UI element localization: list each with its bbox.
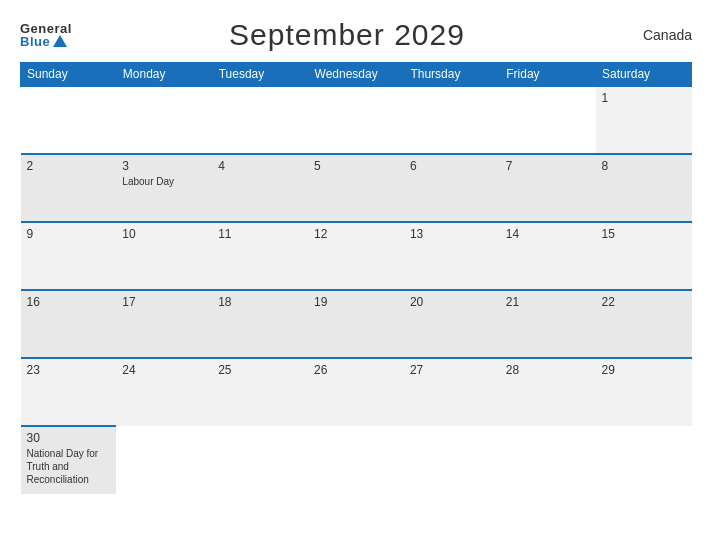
col-saturday: Saturday	[596, 63, 692, 87]
week-row-1: 1	[21, 86, 692, 154]
day-cell-4-5: 20	[404, 290, 500, 358]
day-number: 22	[602, 295, 686, 309]
col-thursday: Thursday	[404, 63, 500, 87]
col-sunday: Sunday	[21, 63, 117, 87]
day-cell-2-1: 2	[21, 154, 117, 222]
day-cell-3-1: 9	[21, 222, 117, 290]
day-number: 21	[506, 295, 590, 309]
day-number: 19	[314, 295, 398, 309]
day-number: 12	[314, 227, 398, 241]
day-number: 6	[410, 159, 494, 173]
day-number: 11	[218, 227, 302, 241]
calendar-page: General Blue September 2029 Canada Sunda…	[0, 0, 712, 550]
week-row-2: 23Labour Day45678	[21, 154, 692, 222]
day-cell-2-3: 4	[212, 154, 308, 222]
day-cell-3-6: 14	[500, 222, 596, 290]
logo: General Blue	[20, 22, 72, 48]
day-cell-6-7	[596, 426, 692, 494]
day-number: 29	[602, 363, 686, 377]
day-number: 3	[122, 159, 206, 173]
day-cell-2-7: 8	[596, 154, 692, 222]
day-number: 28	[506, 363, 590, 377]
day-number: 8	[602, 159, 686, 173]
day-cell-4-1: 16	[21, 290, 117, 358]
day-cell-1-6	[500, 86, 596, 154]
day-event: Labour Day	[122, 175, 206, 188]
day-cell-6-1: 30National Day for Truth and Reconciliat…	[21, 426, 117, 494]
day-cell-5-6: 28	[500, 358, 596, 426]
day-number: 25	[218, 363, 302, 377]
logo-blue-text: Blue	[20, 35, 67, 48]
day-number: 13	[410, 227, 494, 241]
day-number: 5	[314, 159, 398, 173]
day-number: 4	[218, 159, 302, 173]
col-tuesday: Tuesday	[212, 63, 308, 87]
day-number: 27	[410, 363, 494, 377]
col-friday: Friday	[500, 63, 596, 87]
day-cell-5-1: 23	[21, 358, 117, 426]
day-number: 30	[27, 431, 111, 445]
day-cell-6-4	[308, 426, 404, 494]
day-cell-1-4	[308, 86, 404, 154]
day-cell-6-3	[212, 426, 308, 494]
day-cell-6-5	[404, 426, 500, 494]
week-row-6: 30National Day for Truth and Reconciliat…	[21, 426, 692, 494]
day-cell-3-2: 10	[116, 222, 212, 290]
week-row-5: 23242526272829	[21, 358, 692, 426]
day-cell-1-2	[116, 86, 212, 154]
day-number: 24	[122, 363, 206, 377]
day-cell-5-4: 26	[308, 358, 404, 426]
day-cell-1-7: 1	[596, 86, 692, 154]
day-number: 15	[602, 227, 686, 241]
day-cell-3-4: 12	[308, 222, 404, 290]
col-monday: Monday	[116, 63, 212, 87]
day-number: 9	[27, 227, 111, 241]
days-header-row: Sunday Monday Tuesday Wednesday Thursday…	[21, 63, 692, 87]
day-cell-4-3: 18	[212, 290, 308, 358]
day-cell-4-7: 22	[596, 290, 692, 358]
day-cell-6-6	[500, 426, 596, 494]
day-number: 16	[27, 295, 111, 309]
day-event: National Day for Truth and Reconciliatio…	[27, 447, 111, 486]
day-cell-4-6: 21	[500, 290, 596, 358]
day-cell-5-5: 27	[404, 358, 500, 426]
day-number: 20	[410, 295, 494, 309]
day-cell-4-2: 17	[116, 290, 212, 358]
day-cell-2-6: 7	[500, 154, 596, 222]
col-wednesday: Wednesday	[308, 63, 404, 87]
day-cell-1-3	[212, 86, 308, 154]
day-number: 23	[27, 363, 111, 377]
day-cell-1-1	[21, 86, 117, 154]
day-number: 7	[506, 159, 590, 173]
day-cell-4-4: 19	[308, 290, 404, 358]
day-number: 1	[602, 91, 686, 105]
calendar-table: Sunday Monday Tuesday Wednesday Thursday…	[20, 62, 692, 494]
day-number: 2	[27, 159, 111, 173]
week-row-4: 16171819202122	[21, 290, 692, 358]
week-row-3: 9101112131415	[21, 222, 692, 290]
day-cell-3-7: 15	[596, 222, 692, 290]
day-number: 17	[122, 295, 206, 309]
day-cell-5-7: 29	[596, 358, 692, 426]
country-label: Canada	[622, 27, 692, 43]
day-cell-5-2: 24	[116, 358, 212, 426]
day-cell-2-5: 6	[404, 154, 500, 222]
day-cell-2-4: 5	[308, 154, 404, 222]
day-cell-3-5: 13	[404, 222, 500, 290]
day-number: 10	[122, 227, 206, 241]
day-number: 26	[314, 363, 398, 377]
logo-triangle-icon	[53, 35, 67, 47]
day-cell-1-5	[404, 86, 500, 154]
day-cell-2-2: 3Labour Day	[116, 154, 212, 222]
day-cell-3-3: 11	[212, 222, 308, 290]
day-number: 14	[506, 227, 590, 241]
day-number: 18	[218, 295, 302, 309]
day-cell-6-2	[116, 426, 212, 494]
day-cell-5-3: 25	[212, 358, 308, 426]
header: General Blue September 2029 Canada	[20, 18, 692, 52]
calendar-title: September 2029	[72, 18, 622, 52]
